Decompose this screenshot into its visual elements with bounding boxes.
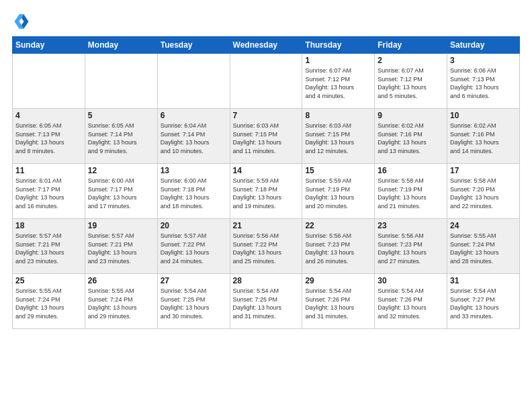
day-number: 2: [378, 56, 444, 65]
day-number: 4: [15, 111, 82, 120]
calendar-cell: [13, 54, 85, 109]
calendar-cell: 2Sunrise: 6:07 AM Sunset: 7:12 PM Daylig…: [375, 54, 447, 109]
day-info: Sunrise: 5:56 AM Sunset: 7:22 PM Dayligh…: [233, 232, 300, 265]
day-number: 1: [305, 56, 371, 65]
weekday-header-sunday: Sunday: [13, 37, 85, 54]
calendar-cell: 17Sunrise: 5:58 AM Sunset: 7:20 PM Dayli…: [447, 164, 520, 219]
calendar-cell: 18Sunrise: 5:57 AM Sunset: 7:21 PM Dayli…: [13, 219, 85, 274]
day-info: Sunrise: 5:54 AM Sunset: 7:25 PM Dayligh…: [161, 287, 227, 320]
day-info: Sunrise: 6:04 AM Sunset: 7:14 PM Dayligh…: [161, 122, 227, 155]
day-info: Sunrise: 5:54 AM Sunset: 7:26 PM Dayligh…: [378, 287, 444, 320]
day-info: Sunrise: 5:57 AM Sunset: 7:21 PM Dayligh…: [88, 232, 154, 265]
calendar-week-row: 18Sunrise: 5:57 AM Sunset: 7:21 PM Dayli…: [13, 219, 520, 274]
day-number: 13: [161, 166, 227, 175]
day-number: 25: [15, 276, 82, 285]
calendar-cell: 30Sunrise: 5:54 AM Sunset: 7:26 PM Dayli…: [375, 274, 447, 329]
day-info: Sunrise: 5:57 AM Sunset: 7:21 PM Dayligh…: [15, 232, 82, 265]
day-number: 15: [305, 166, 371, 175]
calendar-cell: 31Sunrise: 5:54 AM Sunset: 7:27 PM Dayli…: [447, 274, 520, 329]
day-number: 31: [450, 276, 517, 285]
calendar-cell: 1Sunrise: 6:07 AM Sunset: 7:12 PM Daylig…: [302, 54, 375, 109]
day-info: Sunrise: 6:05 AM Sunset: 7:14 PM Dayligh…: [88, 122, 154, 155]
day-number: 21: [233, 221, 300, 230]
day-info: Sunrise: 5:58 AM Sunset: 7:20 PM Dayligh…: [450, 177, 517, 210]
day-info: Sunrise: 5:55 AM Sunset: 7:24 PM Dayligh…: [88, 287, 154, 320]
calendar-week-row: 4Sunrise: 6:05 AM Sunset: 7:13 PM Daylig…: [13, 109, 520, 164]
day-info: Sunrise: 6:02 AM Sunset: 7:16 PM Dayligh…: [450, 122, 517, 155]
day-info: Sunrise: 5:54 AM Sunset: 7:25 PM Dayligh…: [233, 287, 300, 320]
day-info: Sunrise: 5:54 AM Sunset: 7:27 PM Dayligh…: [450, 287, 517, 320]
day-number: 27: [161, 276, 227, 285]
weekday-header-row: SundayMondayTuesdayWednesdayThursdayFrid…: [13, 37, 520, 54]
day-number: 16: [378, 166, 444, 175]
calendar-cell: 21Sunrise: 5:56 AM Sunset: 7:22 PM Dayli…: [230, 219, 302, 274]
day-number: 29: [305, 276, 371, 285]
page: SundayMondayTuesdayWednesdayThursdayFrid…: [0, 0, 532, 411]
calendar-cell: 28Sunrise: 5:54 AM Sunset: 7:25 PM Dayli…: [230, 274, 302, 329]
day-info: Sunrise: 5:58 AM Sunset: 7:19 PM Dayligh…: [378, 177, 444, 210]
day-info: Sunrise: 5:55 AM Sunset: 7:24 PM Dayligh…: [450, 232, 517, 265]
day-number: 18: [15, 221, 82, 230]
calendar-cell: 19Sunrise: 5:57 AM Sunset: 7:21 PM Dayli…: [85, 219, 157, 274]
weekday-header-thursday: Thursday: [302, 37, 375, 54]
day-number: 28: [233, 276, 300, 285]
day-info: Sunrise: 6:03 AM Sunset: 7:15 PM Dayligh…: [305, 122, 371, 155]
calendar-cell: 6Sunrise: 6:04 AM Sunset: 7:14 PM Daylig…: [157, 109, 230, 164]
calendar-cell: 23Sunrise: 5:56 AM Sunset: 7:23 PM Dayli…: [375, 219, 447, 274]
calendar-week-row: 25Sunrise: 5:55 AM Sunset: 7:24 PM Dayli…: [13, 274, 520, 329]
day-number: 11: [15, 166, 82, 175]
calendar-cell: 11Sunrise: 6:01 AM Sunset: 7:17 PM Dayli…: [13, 164, 85, 219]
day-number: 12: [88, 166, 154, 175]
day-info: Sunrise: 5:57 AM Sunset: 7:22 PM Dayligh…: [161, 232, 227, 265]
calendar-cell: 15Sunrise: 5:59 AM Sunset: 7:19 PM Dayli…: [302, 164, 375, 219]
calendar-week-row: 11Sunrise: 6:01 AM Sunset: 7:17 PM Dayli…: [13, 164, 520, 219]
weekday-header-wednesday: Wednesday: [230, 37, 302, 54]
calendar-cell: 27Sunrise: 5:54 AM Sunset: 7:25 PM Dayli…: [157, 274, 230, 329]
calendar-cell: 14Sunrise: 5:59 AM Sunset: 7:18 PM Dayli…: [230, 164, 302, 219]
calendar-cell: 24Sunrise: 5:55 AM Sunset: 7:24 PM Dayli…: [447, 219, 520, 274]
calendar-cell: 16Sunrise: 5:58 AM Sunset: 7:19 PM Dayli…: [375, 164, 447, 219]
calendar-cell: [85, 54, 157, 109]
calendar-cell: 10Sunrise: 6:02 AM Sunset: 7:16 PM Dayli…: [447, 109, 520, 164]
day-number: 24: [450, 221, 517, 230]
weekday-header-monday: Monday: [85, 37, 157, 54]
day-info: Sunrise: 6:01 AM Sunset: 7:17 PM Dayligh…: [15, 177, 82, 210]
calendar-week-row: 1Sunrise: 6:07 AM Sunset: 7:12 PM Daylig…: [13, 54, 520, 109]
day-number: 20: [161, 221, 227, 230]
day-info: Sunrise: 5:56 AM Sunset: 7:23 PM Dayligh…: [378, 232, 444, 265]
calendar-cell: 7Sunrise: 6:03 AM Sunset: 7:15 PM Daylig…: [230, 109, 302, 164]
day-info: Sunrise: 6:06 AM Sunset: 7:13 PM Dayligh…: [450, 66, 517, 100]
day-info: Sunrise: 6:05 AM Sunset: 7:13 PM Dayligh…: [15, 122, 82, 155]
day-number: 9: [378, 111, 444, 120]
weekday-header-saturday: Saturday: [447, 37, 520, 54]
weekday-header-friday: Friday: [375, 37, 447, 54]
day-number: 6: [161, 111, 227, 120]
calendar-cell: 22Sunrise: 5:56 AM Sunset: 7:23 PM Dayli…: [302, 219, 375, 274]
calendar-cell: 9Sunrise: 6:02 AM Sunset: 7:16 PM Daylig…: [375, 109, 447, 164]
calendar-cell: 25Sunrise: 5:55 AM Sunset: 7:24 PM Dayli…: [13, 274, 85, 329]
day-number: 7: [233, 111, 300, 120]
day-number: 26: [88, 276, 154, 285]
day-number: 10: [450, 111, 517, 120]
header: [12, 12, 520, 31]
day-number: 14: [233, 166, 300, 175]
weekday-header-tuesday: Tuesday: [157, 37, 230, 54]
day-number: 22: [305, 221, 371, 230]
calendar-cell: 5Sunrise: 6:05 AM Sunset: 7:14 PM Daylig…: [85, 109, 157, 164]
day-info: Sunrise: 6:00 AM Sunset: 7:17 PM Dayligh…: [88, 177, 154, 210]
day-number: 23: [378, 221, 444, 230]
day-number: 5: [88, 111, 154, 120]
day-info: Sunrise: 5:56 AM Sunset: 7:23 PM Dayligh…: [305, 232, 371, 265]
day-number: 30: [378, 276, 444, 285]
day-info: Sunrise: 5:59 AM Sunset: 7:18 PM Dayligh…: [233, 177, 300, 210]
day-info: Sunrise: 5:54 AM Sunset: 7:26 PM Dayligh…: [305, 287, 371, 320]
day-info: Sunrise: 6:00 AM Sunset: 7:18 PM Dayligh…: [161, 177, 227, 210]
calendar-cell: 20Sunrise: 5:57 AM Sunset: 7:22 PM Dayli…: [157, 219, 230, 274]
day-number: 3: [450, 56, 517, 65]
calendar-cell: [230, 54, 302, 109]
day-info: Sunrise: 6:02 AM Sunset: 7:16 PM Dayligh…: [378, 122, 444, 155]
day-number: 8: [305, 111, 371, 120]
calendar-cell: [157, 54, 230, 109]
day-number: 19: [88, 221, 154, 230]
day-number: 17: [450, 166, 517, 175]
